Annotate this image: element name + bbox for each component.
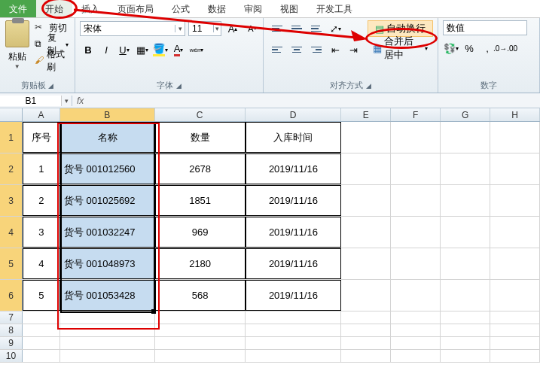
cell[interactable]: 2180 <box>155 248 246 279</box>
cell[interactable] <box>341 324 391 336</box>
border-button[interactable]: ▦▾ <box>134 41 151 58</box>
name-box[interactable]: ▾ <box>0 96 72 106</box>
cell[interactable] <box>341 311 391 324</box>
decrease-indent-button[interactable]: ⇤ <box>327 41 343 58</box>
cell[interactable] <box>23 324 60 336</box>
cell[interactable] <box>490 280 540 311</box>
cell[interactable]: 货号 001053428 <box>60 280 155 311</box>
cell[interactable] <box>391 122 441 153</box>
tab-dev[interactable]: 开发工具 <box>307 0 362 17</box>
cell[interactable]: 名称 <box>60 122 155 153</box>
cell[interactable] <box>341 248 391 279</box>
cell[interactable] <box>441 217 490 248</box>
row-header[interactable]: 9 <box>0 337 23 349</box>
chevron-down-icon[interactable]: ▾ <box>61 96 72 106</box>
cell[interactable]: 3 <box>23 217 60 248</box>
row-header[interactable]: 1 <box>0 122 23 153</box>
cell[interactable]: 2019/11/16 <box>246 185 342 216</box>
cell[interactable]: 1851 <box>155 185 246 216</box>
cell[interactable] <box>155 311 246 324</box>
cell[interactable] <box>155 324 246 336</box>
col-header-B[interactable]: B <box>60 108 155 121</box>
cell[interactable] <box>60 350 155 362</box>
tab-review[interactable]: 审阅 <box>235 0 271 17</box>
shrink-font-button[interactable]: A▾ <box>244 20 261 37</box>
cell[interactable]: 1 <box>23 153 60 184</box>
cell[interactable] <box>490 153 540 184</box>
phonetic-button[interactable]: wén▾ <box>188 41 205 58</box>
cell[interactable] <box>246 350 342 362</box>
cell[interactable] <box>391 280 441 311</box>
italic-button[interactable]: I <box>98 41 114 58</box>
tab-home[interactable]: 开始 <box>36 0 72 17</box>
cell[interactable]: 5 <box>23 280 60 311</box>
col-header-C[interactable]: C <box>155 108 246 121</box>
cell[interactable]: 货号 001025692 <box>60 185 155 216</box>
cell[interactable] <box>60 311 155 324</box>
cell[interactable]: 2019/11/16 <box>246 248 342 279</box>
cell[interactable] <box>341 337 391 349</box>
cell[interactable] <box>391 337 441 349</box>
cell[interactable] <box>155 337 246 349</box>
cell[interactable] <box>490 311 540 324</box>
cell[interactable]: 2019/11/16 <box>246 153 342 184</box>
cell[interactable] <box>391 350 441 362</box>
tab-layout[interactable]: 页面布局 <box>108 0 163 17</box>
align-middle-button[interactable] <box>288 20 306 37</box>
format-painter-button[interactable]: 🖌 格式刷 <box>33 53 70 68</box>
cell[interactable] <box>441 337 490 349</box>
align-top-button[interactable] <box>268 20 286 37</box>
font-name-combo[interactable]: ▾ <box>80 21 185 36</box>
cell[interactable] <box>60 337 155 349</box>
row-header[interactable]: 7 <box>0 311 23 324</box>
row-header[interactable]: 6 <box>0 280 23 311</box>
align-center-button[interactable] <box>288 41 306 58</box>
cell[interactable] <box>441 122 490 153</box>
cell[interactable] <box>391 185 441 216</box>
align-right-button[interactable] <box>307 41 325 58</box>
row-header[interactable]: 5 <box>0 248 23 279</box>
cell[interactable] <box>490 324 540 336</box>
spreadsheet-grid[interactable]: A B C D E F G H 1序号名称数量入库时间21货号 00101256… <box>0 108 540 363</box>
bold-button[interactable]: B <box>80 41 96 58</box>
align-left-button[interactable] <box>268 41 286 58</box>
cell[interactable] <box>23 350 60 362</box>
cell[interactable] <box>441 350 490 362</box>
cell[interactable]: 2678 <box>155 153 246 184</box>
row-header[interactable]: 3 <box>0 185 23 216</box>
percent-button[interactable]: % <box>461 40 477 56</box>
cell[interactable] <box>391 311 441 324</box>
cell[interactable] <box>391 217 441 248</box>
increase-decimal-button[interactable]: .0→.00 <box>497 40 514 56</box>
cell[interactable]: 序号 <box>23 122 60 153</box>
chevron-down-icon[interactable]: ▾ <box>175 25 185 32</box>
cell[interactable] <box>155 350 246 362</box>
cell[interactable]: 货号 001048973 <box>60 248 155 279</box>
cell[interactable] <box>441 324 490 336</box>
cell[interactable] <box>490 337 540 349</box>
row-header[interactable]: 2 <box>0 153 23 184</box>
underline-button[interactable]: U▾ <box>116 41 133 58</box>
cell[interactable] <box>441 248 490 279</box>
cell[interactable]: 568 <box>155 280 246 311</box>
paste-button[interactable]: 粘贴 ▼ <box>5 20 30 70</box>
cell[interactable] <box>246 311 342 324</box>
cell[interactable] <box>23 337 60 349</box>
col-header-E[interactable]: E <box>341 108 391 121</box>
cell[interactable] <box>23 311 60 324</box>
fill-color-button[interactable]: 🪣▾ <box>152 41 169 58</box>
cell[interactable] <box>391 248 441 279</box>
cell[interactable] <box>490 217 540 248</box>
cell[interactable] <box>341 280 391 311</box>
cell[interactable] <box>246 337 342 349</box>
row-header[interactable]: 8 <box>0 324 23 336</box>
cell[interactable] <box>341 153 391 184</box>
orientation-button[interactable]: ⤢▾ <box>327 20 343 37</box>
tab-file[interactable]: 文件 <box>0 0 36 17</box>
cell[interactable]: 2 <box>23 185 60 216</box>
cell[interactable] <box>341 185 391 216</box>
cell[interactable] <box>441 280 490 311</box>
col-header-A[interactable]: A <box>23 108 60 121</box>
cell[interactable] <box>490 350 540 362</box>
currency-button[interactable]: 💱▾ <box>443 40 459 56</box>
